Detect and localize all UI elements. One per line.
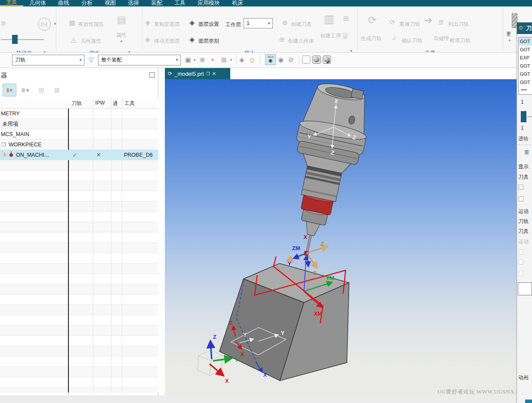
status-strip <box>0 395 532 403</box>
menu-home[interactable]: 主页 <box>0 0 23 6</box>
rectangle-select-icon[interactable]: ⊞ <box>221 56 227 63</box>
replay-toolpath-button[interactable]: 重播刀轨 <box>399 21 420 28</box>
shaded-display-icon[interactable] <box>312 56 321 64</box>
list-item[interactable]: GOT <box>519 62 532 70</box>
list-item[interactable]: GOT <box>519 46 532 54</box>
column-tong[interactable]: 通 <box>113 100 118 107</box>
create-tool-button[interactable]: 创建刀具 <box>291 21 312 28</box>
machine-tool-view-button[interactable]: ♕≡ <box>18 84 32 96</box>
more-button[interactable]: 更 <box>506 31 511 38</box>
column-toolpath[interactable]: 刀轨 <box>71 100 82 107</box>
validity-report-icon: ▦ <box>69 19 75 26</box>
move-to-layer-button[interactable]: 移动至图层 <box>154 37 180 45</box>
group-separator <box>503 8 503 50</box>
create-operation-button[interactable]: 创建工序 <box>320 32 341 40</box>
hscrollbar-thumb[interactable] <box>521 89 527 90</box>
menu-tools[interactable]: 工具 <box>168 0 192 6</box>
list-item[interactable]: GOT <box>519 37 532 46</box>
list-item[interactable]: EXP <box>519 54 532 62</box>
menu-analysis[interactable]: 分析 <box>75 0 99 6</box>
create-geometry-button[interactable]: 创建几何体 <box>288 37 314 45</box>
geometry-view-button[interactable]: ⊞ <box>34 84 48 96</box>
replay-tab[interactable]: 重 <box>524 149 529 156</box>
part-tab-bar: ⟳ _model5.prt ❐ ✕ <box>165 68 517 79</box>
layer-settings-button[interactable]: 图层设置 <box>198 21 219 28</box>
axis-label-zm: ZM <box>292 245 300 251</box>
value-input[interactable] <box>518 282 532 295</box>
play-forward-button[interactable]: ▷| <box>38 18 51 31</box>
program-order-view-button[interactable]: ▮≡ <box>3 84 16 96</box>
list-icon: ≡ <box>26 87 29 93</box>
menu-assembly[interactable]: 装配 <box>145 0 168 6</box>
chevron-down-icon[interactable]: ▼ <box>193 59 196 62</box>
point-on-solid-icon[interactable]: ⌖ <box>211 56 214 63</box>
modified-icon: ❐ <box>206 71 210 76</box>
part-tab[interactable]: ⟳ _model5.prt ❐ ✕ <box>165 68 230 79</box>
menu-machine[interactable]: 机床 <box>226 0 249 6</box>
animation-speed-slider[interactable] <box>1 39 44 40</box>
probe-tool-assembly: X Z Y Z <box>273 79 375 261</box>
work-layer-combobox[interactable]: 1 ▼ <box>244 18 273 28</box>
checkbox[interactable] <box>518 185 523 190</box>
table-row[interactable]: 未用项 <box>0 119 158 129</box>
speed-value-bottom: 1 <box>521 125 524 131</box>
table-row[interactable]: MCS_MAIN <box>0 129 158 140</box>
menu-application[interactable]: 应用模块 <box>192 0 226 6</box>
menu-curve[interactable]: 曲线 <box>52 0 75 6</box>
show-eye-icon[interactable]: ◉ <box>278 56 284 63</box>
panel-pin-button[interactable] <box>149 72 155 78</box>
add-window-icon: ⊞ <box>38 86 44 94</box>
layer-category-button[interactable]: 图层类别 <box>198 37 219 45</box>
chevron-down-icon[interactable]: ▼ <box>120 40 123 43</box>
unused-items-view-button[interactable]: ⊠ <box>50 84 64 96</box>
checkbox-disabled[interactable] <box>518 271 523 276</box>
chevron-down-icon: ▼ <box>173 58 180 62</box>
list-item[interactable]: GOT <box>519 78 532 87</box>
table-row[interactable]: ❒ WORKPIECE <box>0 140 158 150</box>
checkbox[interactable] <box>518 196 523 202</box>
table-row-selected[interactable]: ! ON_MACHI... ✓ ✕ PROBE_D6 <box>0 150 158 160</box>
checkbox-disabled[interactable] <box>518 260 523 265</box>
toolpath-line-list[interactable]: GOT GOT EXP GOT GOT GOT <box>518 37 532 95</box>
filter-reset-icon[interactable]: ▽ <box>89 56 94 63</box>
hide-solid-icon[interactable]: ◈ <box>239 56 244 63</box>
column-tool[interactable]: 工具 <box>124 100 135 107</box>
menu-geometry[interactable]: 几何体 <box>23 0 52 6</box>
dialog-title-bar[interactable]: ⚙ 刀 <box>517 22 532 34</box>
list-item[interactable]: GOT <box>519 70 532 78</box>
close-icon[interactable]: ✕ <box>212 71 216 77</box>
resize-corner[interactable] <box>525 400 532 403</box>
watermark: UG爱好者论坛 WWW.UGSNX.COM <box>409 388 529 396</box>
animation-speed-slider-handle[interactable] <box>12 35 18 44</box>
3d-canvas[interactable]: Y Y Z X X YM XM <box>165 79 517 395</box>
part-tab-title: _model5.prt <box>174 71 204 77</box>
table-row[interactable]: METRY <box>0 108 158 119</box>
snap-point-icon[interactable]: ⊕ <box>200 56 205 63</box>
generate-toolpath-button[interactable]: 生成刀轨 <box>361 35 381 42</box>
verify-toolpath-button[interactable]: 确认刀轨 <box>402 37 422 44</box>
check-toolpath-button[interactable]: 检查刀轨 <box>450 37 470 44</box>
column-ipw[interactable]: IPW <box>95 100 105 106</box>
speed-slider-track[interactable] <box>527 116 532 117</box>
hide-eye-icon[interactable]: ⊘ <box>288 56 294 63</box>
analysis-display-icon[interactable] <box>323 56 331 64</box>
blank-style-icon[interactable] <box>302 56 310 64</box>
chevron-down-icon[interactable]: ▼ <box>508 39 511 43</box>
menu-view[interactable]: 视图 <box>99 0 122 6</box>
menu-select[interactable]: 选择 <box>122 0 145 6</box>
type-filter-combobox[interactable]: 刀轨 ▼ <box>12 55 84 65</box>
checkbox-disabled[interactable] <box>518 249 523 254</box>
copy-to-layer-button[interactable]: 复制至图层 <box>154 21 180 28</box>
show-mcs-icon[interactable]: MCS ◉ <box>265 54 276 65</box>
validity-report-button[interactable]: 有效性报告 <box>78 21 104 28</box>
chevron-down-icon[interactable]: ▼ <box>229 59 233 62</box>
properties-button[interactable]: 属性 <box>116 31 127 39</box>
speed-slider-handle[interactable] <box>521 111 526 122</box>
wireframe-solid-icon[interactable]: ◇ <box>250 56 255 63</box>
geometry-properties-button[interactable]: 几何属性 <box>80 37 101 45</box>
chevron-down-icon[interactable]: ▼ <box>53 22 57 26</box>
part-sync-icon: ⟳ <box>168 71 172 77</box>
selection-filter-icon[interactable]: ▣ <box>185 56 191 63</box>
list-toolpath-button[interactable]: 列出刀轨 <box>448 21 469 28</box>
scope-combobox[interactable]: 整个装配 ▼ <box>98 55 181 65</box>
